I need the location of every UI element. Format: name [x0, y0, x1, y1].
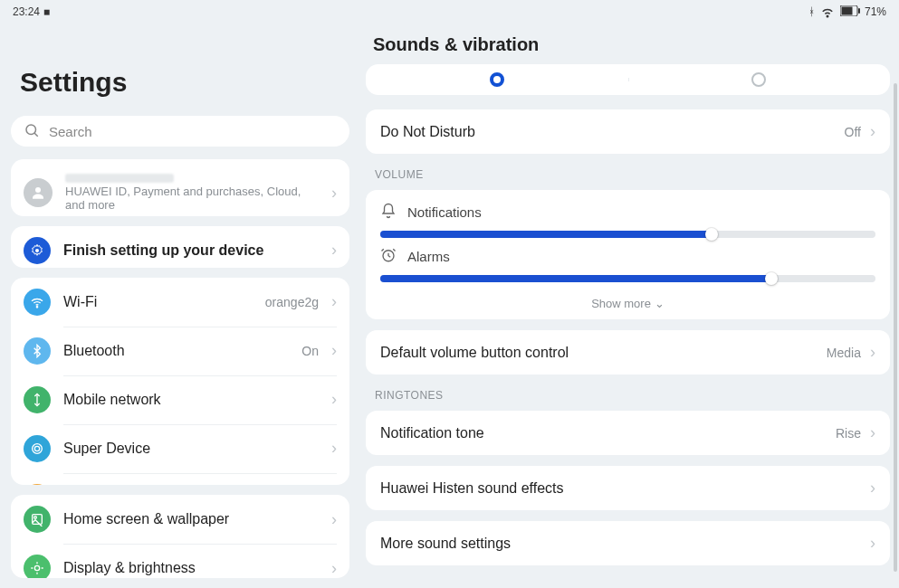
- svg-point-14: [34, 566, 39, 571]
- search-icon: [24, 122, 40, 141]
- svg-rect-3: [858, 8, 860, 14]
- bell-icon: [380, 203, 397, 222]
- sidebar-item-value: On: [301, 344, 319, 358]
- volume-label: Notifications: [407, 204, 482, 220]
- slider-fill: [380, 231, 712, 238]
- mode-option-1[interactable]: [366, 72, 628, 87]
- bluetooth-status-icon: ᚼ: [808, 5, 815, 18]
- account-name-redacted: [65, 174, 174, 183]
- svg-point-7: [35, 249, 39, 252]
- notification-tone-row[interactable]: Notification tone Rise ›: [366, 411, 890, 455]
- chevron-right-icon: ›: [331, 510, 337, 529]
- alarms-slider[interactable]: [380, 275, 875, 282]
- chevron-right-icon: ›: [870, 423, 875, 442]
- show-more-button[interactable]: Show more ⌄: [380, 291, 875, 310]
- histen-label: Huawei Histen sound effects: [380, 480, 861, 497]
- ringtones-section-label: RINGTONES: [366, 385, 890, 411]
- search-input[interactable]: Search: [11, 116, 349, 147]
- default-volume-button-row[interactable]: Default volume button control Media ›: [366, 330, 890, 375]
- default-btn-label: Default volume button control: [380, 345, 818, 361]
- sidebar-item-display[interactable]: Display & brightness ›: [11, 544, 349, 578]
- svg-point-11: [33, 443, 43, 453]
- wifi-icon: [24, 289, 51, 316]
- account-row[interactable]: HUAWEI ID, Payment and purchases, Cloud,…: [11, 159, 349, 216]
- slider-thumb[interactable]: [765, 272, 778, 285]
- chevron-down-icon: ⌄: [655, 297, 665, 310]
- radio-selected-icon: [490, 72, 504, 87]
- mode-option-2[interactable]: [628, 72, 891, 87]
- content-title: Sounds & vibration: [366, 20, 890, 64]
- notif-indicator-icon: ◼: [43, 7, 50, 16]
- sidebar-item-more-connections[interactable]: More connections ›: [11, 473, 349, 485]
- status-bar: 23:24 ◼ ᚼ 71%: [0, 0, 899, 20]
- chevron-right-icon: ›: [870, 122, 875, 141]
- sidebar-item-label: Bluetooth: [63, 343, 289, 359]
- show-more-label: Show more: [591, 297, 651, 310]
- volume-label: Alarms: [407, 249, 450, 264]
- dnd-label: Do Not Disturb: [380, 124, 836, 140]
- sidebar-item-value: orange2g: [265, 295, 319, 309]
- mode-selector: [366, 64, 890, 95]
- sidebar-item-super-device[interactable]: Super Device ›: [11, 424, 349, 473]
- radio-unselected-icon: [751, 72, 766, 87]
- settings-sidebar: Settings Search HUAWEI ID, Payment and p…: [0, 20, 360, 588]
- search-placeholder: Search: [49, 124, 92, 139]
- default-btn-value: Media: [827, 346, 861, 360]
- volume-section-label: VOLUME: [366, 165, 890, 190]
- sidebar-item-label: Wi-Fi: [63, 294, 253, 310]
- content-pane: Sounds & vibration Do Not Disturb Off › …: [360, 20, 899, 588]
- sidebar-item-home-screen[interactable]: Home screen & wallpaper ›: [11, 495, 349, 544]
- svg-point-10: [34, 446, 39, 450]
- notif-tone-value: Rise: [836, 426, 861, 441]
- sidebar-item-label: Super Device: [63, 441, 319, 457]
- histen-row[interactable]: Huawei Histen sound effects ›: [366, 466, 890, 510]
- svg-point-4: [26, 125, 36, 135]
- sidebar-item-bluetooth[interactable]: Bluetooth On ›: [11, 327, 349, 375]
- svg-rect-2: [841, 6, 852, 14]
- slider-thumb[interactable]: [705, 228, 718, 241]
- svg-point-13: [34, 517, 37, 519]
- chevron-right-icon: ›: [331, 241, 337, 260]
- finish-setup-row[interactable]: Finish setting up your device ›: [11, 226, 349, 268]
- notifications-slider[interactable]: [380, 231, 875, 238]
- more-sound-label: More sound settings: [380, 536, 861, 552]
- battery-percent: 71%: [865, 5, 886, 18]
- link-icon: [24, 484, 51, 485]
- gear-icon: [24, 237, 51, 264]
- chevron-right-icon: ›: [331, 390, 337, 409]
- svg-point-6: [35, 187, 41, 193]
- svg-point-8: [36, 306, 37, 307]
- bluetooth-icon: [24, 337, 51, 365]
- account-subtitle: HUAWEI ID, Payment and purchases, Cloud,…: [65, 185, 319, 212]
- scrollbar[interactable]: [894, 83, 897, 572]
- svg-line-5: [34, 133, 38, 137]
- sidebar-item-label: Home screen & wallpaper: [63, 511, 319, 527]
- slider-fill: [380, 275, 771, 282]
- wallpaper-icon: [24, 506, 51, 533]
- alarm-icon: [380, 247, 397, 266]
- chevron-right-icon: ›: [870, 534, 875, 553]
- notif-tone-label: Notification tone: [380, 425, 827, 441]
- sidebar-item-mobile-network[interactable]: Mobile network ›: [11, 375, 349, 424]
- sidebar-item-label: Mobile network: [63, 392, 319, 408]
- mobile-network-icon: [24, 386, 51, 413]
- chevron-right-icon: ›: [870, 479, 875, 498]
- finish-setup-label: Finish setting up your device: [63, 242, 319, 259]
- page-title: Settings: [11, 20, 349, 116]
- chevron-right-icon: ›: [331, 184, 337, 203]
- sidebar-item-wifi[interactable]: Wi-Fi orange2g ›: [11, 278, 349, 327]
- chevron-right-icon: ›: [331, 341, 337, 360]
- chevron-right-icon: ›: [870, 343, 875, 362]
- sidebar-item-label: Display & brightness: [63, 560, 319, 576]
- svg-rect-12: [33, 515, 43, 525]
- dnd-value: Off: [845, 125, 861, 139]
- chevron-right-icon: ›: [331, 439, 337, 458]
- more-sound-row[interactable]: More sound settings ›: [366, 521, 890, 565]
- super-device-icon: [24, 435, 51, 462]
- avatar-icon: [24, 178, 53, 207]
- battery-icon: [840, 5, 860, 19]
- wifi-status-icon: [819, 3, 836, 22]
- svg-point-0: [827, 15, 828, 17]
- volume-card: Notifications Alarms: [366, 190, 890, 319]
- do-not-disturb-row[interactable]: Do Not Disturb Off ›: [366, 109, 890, 154]
